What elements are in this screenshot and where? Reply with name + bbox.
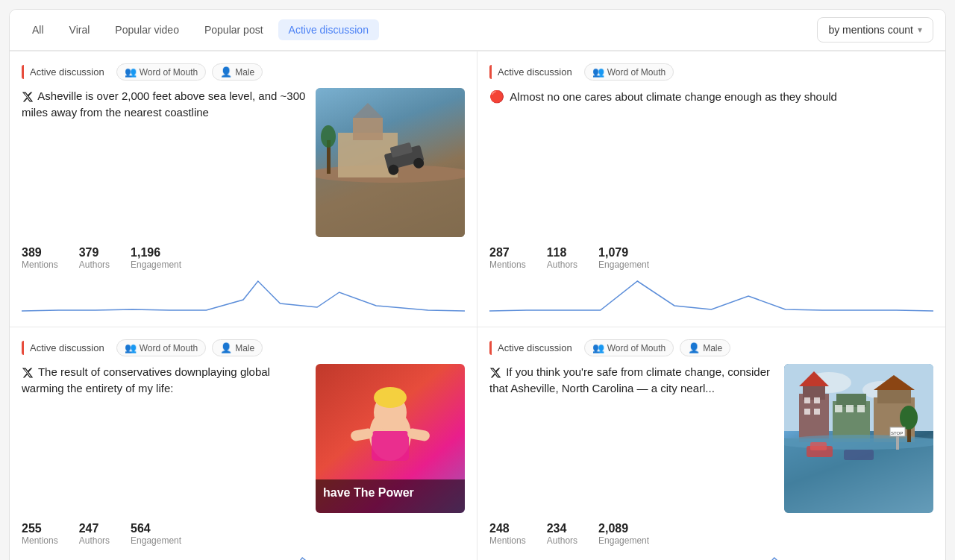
card-4-stats: 248 Mentions 234 Authors 2,089 Engagemen… <box>489 522 933 546</box>
card-1-text: Asheville is over 2,000 feet above sea l… <box>22 88 307 237</box>
svg-rect-35 <box>846 405 854 412</box>
people-icon-4: 👥 <box>592 342 604 353</box>
tab-active-discussion[interactable]: Active discussion <box>278 19 379 40</box>
filter-bar: All Viral Popular video Popular post Act… <box>10 10 945 51</box>
svg-point-10 <box>321 125 336 148</box>
card-4-header: Active discussion 👥 Word of Mouth 👤 Male <box>489 339 933 356</box>
svg-rect-30 <box>804 397 810 403</box>
tag-wom: 👥 Word of Mouth <box>116 63 206 81</box>
card-3[interactable]: Active discussion 👥 Word of Mouth 👤 Male… <box>10 327 478 560</box>
svg-rect-40 <box>810 442 827 450</box>
tab-popular-post[interactable]: Popular post <box>194 19 274 40</box>
sort-label: by mentions count <box>828 24 913 36</box>
stat-authors-3: 247 Authors <box>79 522 110 546</box>
main-container: All Viral Popular video Popular post Act… <box>9 9 946 560</box>
card-1-body: Asheville is over 2,000 feet above sea l… <box>22 88 465 237</box>
tag-gender-3: 👤 Male <box>212 339 263 356</box>
svg-rect-12 <box>372 431 409 461</box>
card-1-image <box>316 88 465 237</box>
people-icon-3: 👥 <box>125 342 137 353</box>
x-twitter-icon-4 <box>489 367 501 379</box>
sort-dropdown[interactable]: by mentions count ▾ <box>817 17 933 43</box>
card-2-header: Active discussion 👥 Word of Mouth <box>489 63 933 81</box>
svg-rect-28 <box>877 390 911 403</box>
cards-grid: Active discussion 👥 Word of Mouth 👤 Male… <box>10 51 945 560</box>
male-icon-3: 👤 <box>220 342 232 353</box>
male-icon: 👤 <box>220 66 232 78</box>
card-2-sparkline <box>489 277 933 315</box>
stat-authors-4: 234 Authors <box>547 522 577 546</box>
stat-mentions-4: 248 Mentions <box>489 522 526 546</box>
flood-scene <box>316 88 465 237</box>
stat-engagement-4: 2,089 Engagement <box>598 522 649 546</box>
card-4[interactable]: Active discussion 👥 Word of Mouth 👤 Male… <box>478 327 945 560</box>
stat-mentions-3: 255 Mentions <box>22 522 58 546</box>
card-2[interactable]: Active discussion 👥 Word of Mouth 🔴 Almo… <box>478 51 945 327</box>
stat-mentions: 389 Mentions <box>22 246 58 270</box>
svg-point-43 <box>900 406 918 430</box>
tab-all[interactable]: All <box>22 19 54 40</box>
tag-wom-2: 👥 Word of Mouth <box>584 63 674 81</box>
tag-gender: 👤 Male <box>212 63 263 81</box>
svg-rect-32 <box>804 409 810 415</box>
card-4-text: If you think you're safe from climate ch… <box>489 364 775 513</box>
svg-rect-33 <box>814 409 820 415</box>
card-3-header: Active discussion 👥 Word of Mouth 👤 Male <box>22 339 465 356</box>
svg-rect-34 <box>835 405 842 412</box>
stat-authors: 379 Authors <box>79 246 110 270</box>
card-1-stats: 389 Mentions 379 Authors 1,196 Engagemen… <box>22 246 465 270</box>
x-twitter-icon-3 <box>22 367 34 379</box>
card-2-stats: 287 Mentions 118 Authors 1,079 Engagemen… <box>489 246 933 270</box>
card-4-title: If you think you're safe from climate ch… <box>489 364 775 397</box>
stat-mentions-2: 287 Mentions <box>489 246 526 270</box>
svg-rect-41 <box>844 450 874 460</box>
tag-active-discussion: Active discussion <box>22 65 110 79</box>
card-2-body: 🔴 Almost no one cares about climate chan… <box>489 88 933 111</box>
card-1-title: Asheville is over 2,000 feet above sea l… <box>22 88 307 121</box>
card-2-title: 🔴 Almost no one cares about climate chan… <box>489 88 933 105</box>
card-3-text: The result of conservatives downplaying … <box>22 364 307 513</box>
filter-tabs: All Viral Popular video Popular post Act… <box>22 19 379 40</box>
tag-wom-4: 👥 Word of Mouth <box>584 339 674 356</box>
svg-marker-4 <box>353 103 383 118</box>
tag-active-discussion-4: Active discussion <box>489 341 578 355</box>
svg-rect-3 <box>353 118 383 140</box>
stat-engagement: 1,196 Engagement <box>131 246 181 270</box>
card-1[interactable]: Active discussion 👥 Word of Mouth 👤 Male… <box>10 51 478 327</box>
chevron-down-icon: ▾ <box>918 25 922 35</box>
card-4-image: STOP <box>784 364 933 513</box>
people-icon-2: 👥 <box>592 66 604 78</box>
svg-rect-31 <box>814 397 820 403</box>
tag-gender-4: 👤 Male <box>680 339 730 356</box>
svg-point-14 <box>374 387 407 408</box>
tag-active-discussion-3: Active discussion <box>22 341 110 355</box>
card-1-header: Active discussion 👥 Word of Mouth 👤 Male <box>22 63 465 81</box>
tab-popular-video[interactable]: Popular video <box>104 19 190 40</box>
card-3-sparkline <box>22 553 465 560</box>
stat-engagement-3: 564 Engagement <box>131 522 181 546</box>
svg-text:have The Power: have The Power <box>323 486 414 499</box>
people-icon: 👥 <box>125 66 137 78</box>
card-1-sparkline <box>22 277 465 315</box>
flooded-town-scene: STOP <box>784 364 933 513</box>
card-3-body: The result of conservatives downplaying … <box>22 364 465 513</box>
svg-text:STOP: STOP <box>891 431 903 435</box>
card-3-image: have The Power <box>316 364 465 513</box>
x-twitter-icon <box>22 91 34 103</box>
card-3-stats: 255 Mentions 247 Authors 564 Engagement <box>22 522 465 546</box>
heman-scene: have The Power <box>316 364 465 513</box>
tag-active-discussion-2: Active discussion <box>489 65 578 79</box>
male-icon-4: 👤 <box>688 342 700 353</box>
reddit-icon: 🔴 <box>489 90 504 103</box>
stat-authors-2: 118 Authors <box>547 246 577 270</box>
svg-rect-36 <box>857 405 865 412</box>
card-3-title: The result of conservatives downplaying … <box>22 364 307 397</box>
tag-wom-3: 👥 Word of Mouth <box>116 339 206 356</box>
stat-engagement-2: 1,079 Engagement <box>598 246 649 270</box>
tab-viral[interactable]: Viral <box>59 19 101 40</box>
card-2-text: 🔴 Almost no one cares about climate chan… <box>489 88 933 111</box>
card-4-body: If you think you're safe from climate ch… <box>489 364 933 513</box>
card-4-sparkline <box>489 553 933 560</box>
